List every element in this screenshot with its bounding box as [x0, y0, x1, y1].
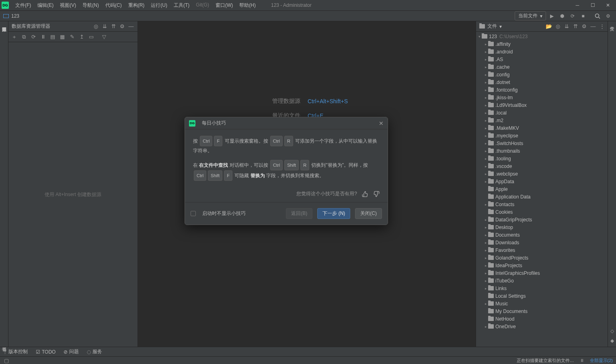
more-icon[interactable]: ⋮ [599, 23, 605, 30]
tree-item[interactable]: ▸.m2 [476, 117, 608, 124]
tree-item[interactable]: ▸.thumbnails [476, 147, 608, 155]
tree-item[interactable]: ▸DataGripProjects [476, 216, 608, 223]
tree-item[interactable]: ▸.dotnet [476, 78, 608, 86]
menu-view[interactable]: 视图(V) [57, 1, 79, 10]
tree-item[interactable]: ▸.webclipse [476, 170, 608, 178]
minimize-button[interactable]: ─ [573, 1, 581, 9]
file-tree[interactable]: ▾123C:\Users\123▸.affinity▸.android▸.AS▸… [476, 32, 608, 347]
tree-item[interactable]: ▸Links [476, 284, 608, 292]
add-datasource-icon[interactable]: ＋ [11, 34, 17, 40]
scope-combo[interactable]: 当前文件 ▾ [515, 11, 546, 20]
tree-item[interactable]: Apple [476, 185, 608, 193]
tree-item[interactable]: Cookies [476, 208, 608, 216]
tree-item[interactable]: ▸Favorites [476, 246, 608, 254]
thumbs-up-icon[interactable] [362, 191, 368, 197]
tool-window-icon[interactable]: ▢ [3, 357, 10, 364]
pause-indexing-icon[interactable]: ⏸ [580, 358, 584, 363]
tree-item[interactable]: ▸AppData [476, 178, 608, 185]
menu-edit[interactable]: 编辑(E) [34, 1, 57, 10]
next-button[interactable]: 下一步 (N) [317, 208, 350, 219]
tree-item[interactable]: ▸.local [476, 109, 608, 117]
tree-item[interactable]: Local Settings [476, 292, 608, 300]
target-icon[interactable]: ◎ [92, 23, 99, 30]
close-window-button[interactable]: ✕ [604, 1, 612, 9]
tree-item[interactable]: ▸Documents [476, 231, 608, 239]
files-settings-icon[interactable]: ⚙ [581, 23, 587, 30]
menu-help[interactable]: 帮助(H) [236, 1, 259, 10]
collapse-icon[interactable]: ⇈ [572, 23, 579, 30]
dialog-close-icon[interactable]: ✕ [379, 120, 384, 127]
show-all-link[interactable]: 全部显示(2) [590, 358, 613, 364]
tree-item[interactable]: ▸.cache [476, 63, 608, 71]
diagram-icon[interactable]: ▭ [88, 34, 94, 40]
menu-run[interactable]: 运行(U) [148, 1, 170, 10]
notifications-icon[interactable]: ◆ [610, 338, 614, 344]
upload-icon[interactable]: ↥ [78, 34, 85, 40]
collapse-all-icon[interactable]: ⇈ [110, 23, 117, 30]
tree-item[interactable]: ▸IntelGraphicsProfiles [476, 269, 608, 277]
files-minimize-icon[interactable]: — [590, 23, 596, 30]
problems-tool-button[interactable]: ⊘问题 [64, 348, 79, 355]
run-config-button[interactable]: ⟳ [568, 11, 577, 21]
panel-settings-icon[interactable]: ⚙ [119, 23, 125, 30]
tree-item[interactable]: ▸.Ld9VirtualBox [476, 101, 608, 109]
tree-item[interactable]: ▸.tooling [476, 155, 608, 162]
tree-item[interactable]: ▸.android [476, 48, 608, 55]
tree-item[interactable]: ▸GolandProjects [476, 254, 608, 262]
expand-icon[interactable]: ⇊ [563, 23, 570, 30]
menu-file[interactable]: 文件(F) [12, 1, 34, 10]
table-icon[interactable]: ▦ [59, 34, 66, 40]
tree-item[interactable]: NetHood [476, 315, 608, 323]
jump-to-console-icon[interactable]: ▤ [49, 34, 56, 40]
services-tool-button[interactable]: ◌服务 [87, 348, 102, 355]
back-button[interactable]: 返回(B) [286, 208, 312, 219]
tree-item[interactable]: ▸OneDrive [476, 323, 608, 330]
tree-item[interactable]: ▸.vscode [476, 162, 608, 170]
tree-item[interactable]: ▸iTubeGo [476, 277, 608, 284]
tree-item[interactable]: ▸Downloads [476, 239, 608, 246]
filter-icon[interactable]: ▽ [101, 34, 107, 40]
menu-navigate[interactable]: 导航(N) [79, 1, 102, 10]
tree-item[interactable]: ▸.MakeMKV [476, 124, 608, 132]
tree-item[interactable]: ▸.fontconfig [476, 86, 608, 94]
files-view-combo[interactable]: 文件 ▾ [479, 23, 502, 30]
tree-item[interactable]: My Documents [476, 307, 608, 315]
menu-window[interactable]: 窗口(W) [212, 1, 236, 10]
tree-item[interactable]: ▸Music [476, 300, 608, 307]
dont-show-checkbox[interactable] [191, 211, 196, 216]
select-opened-icon[interactable]: ◎ [554, 23, 561, 30]
menu-refactor[interactable]: 重构(R) [125, 1, 148, 10]
menu-code[interactable]: 代码(C) [102, 1, 125, 10]
expand-all-icon[interactable]: ⇊ [101, 23, 108, 30]
breadcrumb-project[interactable]: 123 [11, 13, 19, 19]
debug-button[interactable]: ⬢ [557, 11, 567, 21]
open-icon[interactable]: 📂 [546, 23, 552, 30]
tree-item[interactable]: ▸Desktop [476, 223, 608, 231]
close-button[interactable]: 关闭(C) [355, 208, 382, 219]
tree-item[interactable]: ▸.AS [476, 55, 608, 63]
tree-item[interactable]: ▸.myeclipse [476, 132, 608, 139]
refresh-icon[interactable]: ⟳ [30, 34, 37, 40]
tree-item[interactable]: ▸.affinity [476, 40, 608, 48]
stop-button[interactable]: ■ [578, 11, 588, 21]
edit-icon[interactable]: ✎ [69, 34, 75, 40]
run-button[interactable]: ▶ [547, 11, 556, 21]
menu-tools[interactable]: 工具(T) [170, 1, 193, 10]
thumbs-down-icon[interactable] [373, 191, 380, 197]
ide-settings-button[interactable]: ⚙ [603, 11, 613, 21]
tree-root[interactable]: ▾123C:\Users\123 [476, 33, 608, 40]
tree-item[interactable]: ▸.config [476, 71, 608, 78]
maximize-button[interactable]: ☐ [589, 1, 597, 9]
tree-item[interactable]: ▸.SwitchHosts [476, 139, 608, 147]
tree-item[interactable]: ▸Contacts [476, 200, 608, 208]
database-tool-icon[interactable]: ◇ [610, 328, 614, 334]
tree-item[interactable]: Application Data [476, 193, 608, 200]
search-everywhere-button[interactable] [593, 11, 602, 21]
stop-icon[interactable]: ⏸ [40, 34, 46, 40]
panel-minimize-icon[interactable]: — [128, 23, 134, 30]
todo-tool-button[interactable]: ☑TODO [36, 349, 55, 355]
menu-git[interactable]: Git(G) [193, 1, 212, 10]
vcs-tool-button[interactable]: ᚶ版本控制 [4, 348, 28, 355]
duplicate-icon[interactable]: ⧉ [21, 34, 27, 40]
tree-item[interactable]: ▸.jkiss-lm [476, 94, 608, 101]
